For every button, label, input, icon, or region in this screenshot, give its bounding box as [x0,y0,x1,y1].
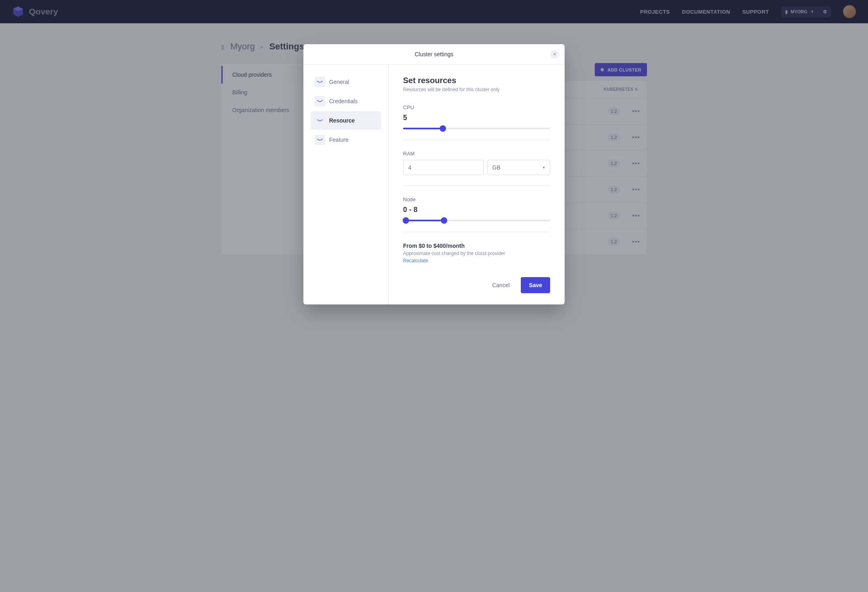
cpu-label: CPU [403,104,550,110]
node-value: 0 - 8 [403,206,550,214]
tab-label: Credentials [329,98,358,104]
close-icon: × [553,51,556,57]
cpu-slider-fill [403,128,443,129]
modal-title: Cluster settings [415,51,453,57]
smile-icon [315,96,325,106]
node-slider-fill [406,220,444,221]
cost-sub: Approximate cost charged by the cloud pr… [403,251,550,256]
modal-content: Set resources Resources will be defined … [389,65,565,273]
close-button[interactable]: × [550,50,559,59]
ram-unit-select[interactable]: GB ▾ [487,160,550,175]
tab-label: Resource [329,117,355,124]
tab-label: General [329,79,349,85]
tab-label: Feature [329,137,348,143]
divider [403,232,550,232]
cpu-value: 5 [403,114,550,122]
ram-unit-value: GB [492,164,500,171]
modal-overlay: Cluster settings × General Credentials R… [0,0,868,273]
resources-heading: Set resources [403,76,550,85]
divider [403,140,550,140]
cpu-slider[interactable] [403,128,550,129]
smile-icon [315,135,325,145]
recalculate-link[interactable]: Recalculate [403,258,550,263]
cost-line: From $0 to $400/month [403,243,550,249]
node-slider-thumb-max[interactable] [441,217,447,224]
smile-icon [315,77,325,87]
caret-down-icon: ▾ [543,165,545,169]
ram-label: RAM [403,151,550,157]
node-label: Node [403,196,550,202]
node-slider-thumb-min[interactable] [403,217,409,224]
node-slider[interactable] [403,220,550,221]
resources-sub: Resources will be defined for this clust… [403,87,550,92]
cluster-settings-modal: Cluster settings × General Credentials R… [303,44,565,273]
ram-input[interactable] [403,160,484,175]
divider [403,186,550,186]
modal-header: Cluster settings × [303,44,565,65]
tab-credentials[interactable]: Credentials [311,92,381,110]
tab-feature[interactable]: Feature [311,131,381,149]
tab-general[interactable]: General [311,73,381,91]
tab-resource[interactable]: Resource [311,111,381,130]
modal-tabs: General Credentials Resource Feature [303,65,389,273]
cpu-slider-thumb[interactable] [440,125,446,132]
smile-icon [315,115,325,126]
